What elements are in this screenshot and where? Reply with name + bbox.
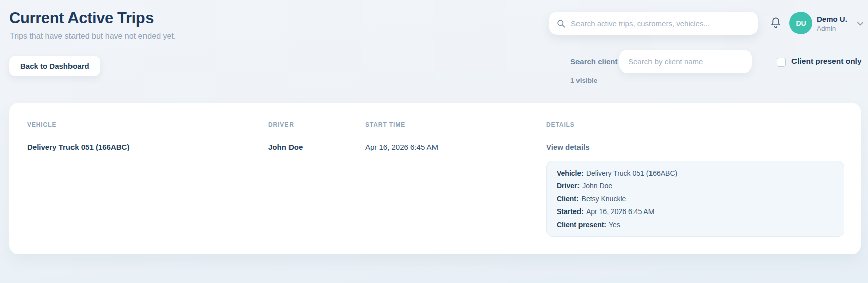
detail-started: Started:Apr 16, 2026 6:45 AM <box>557 205 834 218</box>
global-search[interactable] <box>549 12 758 35</box>
trip-vehicle: Delivery Truck 051 (166ABC) <box>27 143 129 151</box>
global-search-input[interactable] <box>571 19 751 28</box>
detail-client-label: Client: <box>557 195 579 203</box>
detail-vehicle-label: Vehicle: <box>557 169 584 177</box>
user-name: Demo U. <box>817 15 847 23</box>
search-client-label: Search client <box>570 57 617 66</box>
bell-icon <box>769 16 782 29</box>
notifications-button[interactable] <box>768 16 783 31</box>
avatar[interactable]: DU <box>789 12 812 34</box>
detail-driver: Driver:John Doe <box>557 180 834 192</box>
user-role: Admin <box>817 25 836 32</box>
detail-client-present-value: Yes <box>609 221 620 229</box>
active-trips-page: Current Active Trips Trips that have sta… <box>0 0 868 283</box>
detail-started-value: Apr 16, 2026 6:45 AM <box>586 207 654 216</box>
visible-count: 1 visible <box>570 77 597 84</box>
search-icon <box>556 19 566 28</box>
view-details-link[interactable]: View details <box>546 143 590 151</box>
detail-driver-label: Driver: <box>557 182 580 190</box>
detail-driver-value: John Doe <box>582 182 612 190</box>
page-title: Current Active Trips <box>9 9 154 27</box>
trip-details-panel: Vehicle:Delivery Truck 051 (166ABC) Driv… <box>546 161 844 237</box>
detail-started-label: Started: <box>557 207 584 216</box>
table-row-divider <box>19 245 850 245</box>
page-subtitle: Trips that have started but have not end… <box>10 32 176 41</box>
column-header-details: Details <box>546 121 575 128</box>
trips-table-card: Vehicle Driver Start time Details Delive… <box>9 103 861 254</box>
back-to-dashboard-button[interactable]: Back to Dashboard <box>9 56 100 76</box>
chevron-down-icon <box>855 19 865 29</box>
detail-vehicle-value: Delivery Truck 051 (166ABC) <box>586 169 677 177</box>
detail-client: Client:Betsy Knuckle <box>557 193 834 205</box>
detail-client-value: Betsy Knuckle <box>582 195 626 203</box>
trip-driver: John Doe <box>268 143 303 151</box>
client-present-label: Client present only <box>791 57 862 66</box>
client-present-checkbox[interactable] <box>777 58 786 67</box>
trip-start-time: Apr 16, 2026 6:45 AM <box>365 143 438 151</box>
column-header-start-time: Start time <box>365 121 405 128</box>
detail-client-present: Client present:Yes <box>557 219 834 231</box>
detail-client-present-label: Client present: <box>557 221 606 229</box>
client-search-input[interactable] <box>619 50 752 73</box>
table-header-divider <box>19 135 850 135</box>
column-header-vehicle: Vehicle <box>27 121 56 128</box>
column-header-driver: Driver <box>268 121 294 128</box>
detail-vehicle: Vehicle:Delivery Truck 051 (166ABC) <box>557 167 834 180</box>
user-menu-button[interactable] <box>855 19 866 30</box>
